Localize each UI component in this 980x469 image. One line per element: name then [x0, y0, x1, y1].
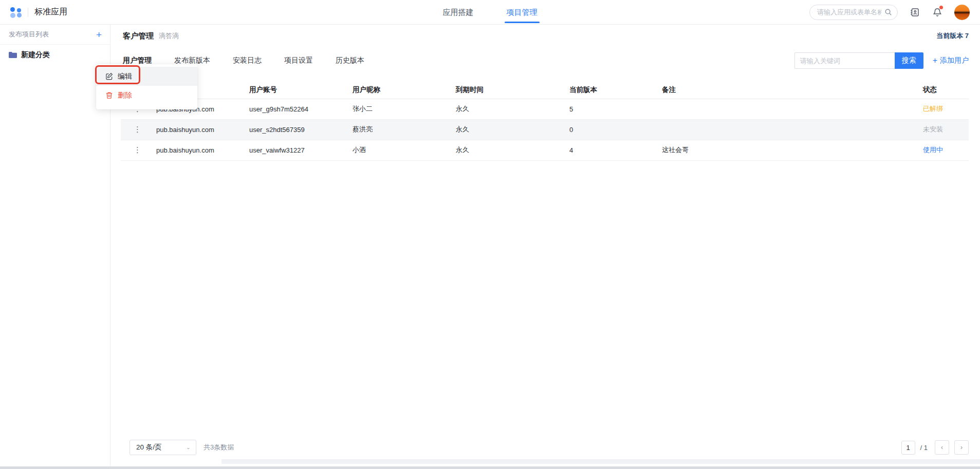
cell-version: 0: [567, 119, 660, 140]
cell-remark: [660, 99, 921, 119]
add-user-button[interactable]: + 添加用户: [933, 56, 969, 65]
context-menu-edit-label: 编辑: [118, 72, 132, 81]
global-search[interactable]: [809, 5, 898, 20]
sidebar-title: 发布项目列表: [9, 30, 49, 39]
status-badge: 使用中: [923, 146, 943, 154]
tab-install-log[interactable]: 安装日志: [233, 56, 262, 65]
project-header: 客户管理 滴答滴 当前版本 7: [110, 25, 980, 47]
edit-icon: [105, 72, 113, 80]
col-version: 当前版本: [567, 81, 660, 99]
sidebar-header: 发布项目列表 +: [0, 25, 110, 45]
cell-domain: pub.baishuyun.com: [154, 140, 247, 160]
cell-account: user_g9sh7m52264: [247, 99, 350, 119]
global-search-input[interactable]: [817, 8, 881, 16]
brand: 标准应用: [10, 7, 67, 18]
col-nickname: 用户昵称: [350, 81, 454, 99]
col-remark: 备注: [660, 81, 921, 99]
folder-icon: [9, 51, 17, 59]
app-logo-icon[interactable]: [10, 7, 22, 18]
top-bar: 标准应用 应用搭建 项目管理: [0, 0, 980, 25]
horizontal-scrollbar[interactable]: [0, 466, 980, 469]
current-version-label: 当前版本 7: [936, 31, 969, 41]
main-panel: 客户管理 滴答滴 当前版本 7 用户管理 发布新版本 安装日志 项目设置 历史版…: [110, 25, 980, 466]
sidebar-item-label: 新建分类: [21, 50, 50, 60]
context-menu-edit[interactable]: 编辑: [96, 67, 197, 86]
cell-nickname: 张小二: [350, 99, 454, 119]
toolbar-right: 搜索 + 添加用户: [794, 52, 969, 69]
pager-controls: / 1 ‹ ›: [901, 440, 969, 455]
chevron-down-icon: ⌄: [186, 445, 191, 450]
context-menu-delete-label: 删除: [118, 91, 132, 100]
search-icon: [884, 8, 892, 16]
context-menu-delete[interactable]: 删除: [96, 86, 197, 105]
next-page-button[interactable]: ›: [954, 440, 969, 455]
user-table-wrap: 用户账号 用户昵称 到期时间 当前版本 备注 状态 ⋮ pub.baishuyu…: [110, 74, 980, 161]
status-badge: 已解绑: [923, 105, 943, 112]
table-row: ⋮ pub.baishuyun.com user_g9sh7m52264 张小二…: [121, 99, 969, 119]
table-row: ⋮ pub.baishuyun.com user_s2hdt567359 蔡洪亮…: [121, 119, 969, 140]
table-header-row: 用户账号 用户昵称 到期时间 当前版本 备注 状态: [121, 81, 969, 99]
page-size-select[interactable]: 20 条/页 ⌄: [130, 440, 196, 455]
app-title: 标准应用: [34, 7, 67, 17]
trash-icon: [105, 91, 113, 99]
row-actions-icon[interactable]: ⋮: [123, 125, 152, 134]
top-nav: 应用搭建 项目管理: [443, 0, 538, 25]
cell-expire: 永久: [454, 119, 567, 140]
page-title: 客户管理: [123, 31, 154, 41]
tab-app-build[interactable]: 应用搭建: [443, 0, 474, 25]
table-row: ⋮ pub.baishuyun.com user_vaiwfw31227 小酒 …: [121, 140, 969, 160]
status-badge: 未安装: [923, 125, 943, 133]
divider: [28, 8, 28, 17]
pagination-bar: 20 条/页 ⌄ 共3条数据 / 1 ‹ ›: [110, 440, 980, 455]
user-table: 用户账号 用户昵称 到期时间 当前版本 备注 状态 ⋮ pub.baishuyu…: [121, 81, 969, 161]
topbar-right: [809, 5, 970, 20]
scroll-track: [221, 459, 980, 464]
cell-account: user_s2hdt567359: [247, 119, 350, 140]
cell-expire: 永久: [454, 99, 567, 119]
cell-remark: 这社会哥: [660, 140, 921, 160]
page-number-input[interactable]: [901, 441, 915, 455]
col-expire: 到期时间: [454, 81, 567, 99]
cell-account: user_vaiwfw31227: [247, 140, 350, 160]
sidebar-item-category[interactable]: 新建分类: [0, 45, 110, 65]
prev-page-button[interactable]: ‹: [935, 440, 949, 455]
notification-bell-icon[interactable]: [932, 7, 943, 18]
tab-project-manage[interactable]: 项目管理: [507, 0, 538, 25]
add-user-label: 添加用户: [940, 56, 969, 65]
col-status: 状态: [921, 81, 969, 99]
cell-version: 4: [567, 140, 660, 160]
notification-badge: [939, 6, 943, 9]
cell-nickname: 小酒: [350, 140, 454, 160]
page-size-value: 20 条/页: [136, 443, 162, 452]
tab-history-version[interactable]: 历史版本: [336, 56, 364, 65]
cell-domain: pub.baishuyun.com: [154, 119, 247, 140]
keyword-input[interactable]: [794, 52, 895, 69]
contacts-book-icon[interactable]: [909, 7, 920, 18]
plus-icon: +: [933, 57, 937, 65]
row-actions-icon[interactable]: ⋮: [123, 145, 152, 155]
search-button[interactable]: 搜索: [895, 52, 923, 69]
cell-remark: [660, 119, 921, 140]
total-count-label: 共3条数据: [204, 443, 234, 452]
col-account: 用户账号: [247, 81, 350, 99]
toolbar: 用户管理 发布新版本 安装日志 项目设置 历史版本 搜索 + 添加用户: [110, 47, 980, 74]
user-avatar[interactable]: [954, 5, 970, 20]
cell-nickname: 蔡洪亮: [350, 119, 454, 140]
cell-version: 5: [567, 99, 660, 119]
page-subtitle: 滴答滴: [159, 31, 179, 41]
row-context-menu: 编辑 删除: [96, 64, 197, 109]
sidebar: 发布项目列表 + 新建分类: [0, 25, 110, 466]
add-category-button[interactable]: +: [96, 30, 102, 40]
cell-expire: 永久: [454, 140, 567, 160]
page-total-label: / 1: [920, 444, 928, 452]
tab-project-settings[interactable]: 项目设置: [284, 56, 313, 65]
